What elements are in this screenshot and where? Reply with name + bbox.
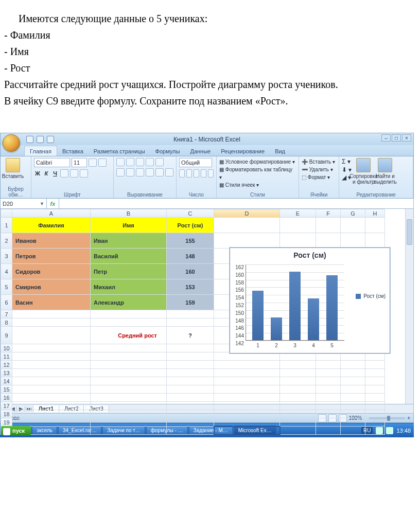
- align-left-icon[interactable]: [116, 168, 125, 176]
- cond-format-button[interactable]: ▦ Условное форматирование ▾: [219, 158, 296, 166]
- cell-B4[interactable]: Петр: [91, 264, 167, 279]
- row-header[interactable]: 19: [1, 418, 12, 427]
- col-header-A[interactable]: A: [12, 209, 91, 218]
- redo-icon[interactable]: [47, 136, 54, 143]
- name-box[interactable]: D20▼: [1, 199, 47, 208]
- tab-data[interactable]: Данные: [185, 146, 216, 156]
- comma-icon[interactable]: [194, 169, 199, 178]
- cell-B5[interactable]: Михаил: [91, 279, 167, 295]
- merge-icon[interactable]: [165, 168, 173, 176]
- align-mid-icon[interactable]: [126, 158, 134, 166]
- font-color-icon[interactable]: [80, 169, 88, 178]
- cell-A6[interactable]: Васин: [12, 295, 91, 310]
- row-header[interactable]: 4: [1, 264, 12, 279]
- undo-icon[interactable]: [37, 136, 44, 143]
- currency-icon[interactable]: [179, 169, 185, 178]
- start-button[interactable]: пуск: [1, 426, 31, 435]
- orientation-icon[interactable]: [146, 158, 154, 166]
- row-header[interactable]: 9: [1, 327, 12, 344]
- col-header-G[interactable]: G: [341, 209, 365, 218]
- format-table-button[interactable]: ▦ Форматировать как таблицу ▾: [219, 166, 296, 181]
- col-header-H[interactable]: H: [365, 209, 385, 218]
- cell-A3[interactable]: Петров: [12, 249, 91, 264]
- row-header[interactable]: 10: [1, 344, 12, 352]
- tab-page-layout[interactable]: Разметка страницы: [89, 146, 150, 156]
- formula-bar[interactable]: [59, 199, 413, 208]
- row-header[interactable]: 17: [1, 402, 12, 410]
- fill-color-icon[interactable]: [70, 169, 78, 178]
- percent-icon[interactable]: [186, 169, 192, 178]
- office-button[interactable]: [3, 134, 20, 152]
- cell-B9[interactable]: Средний рост: [91, 327, 167, 344]
- row-header[interactable]: 8: [1, 318, 12, 327]
- cell-C3[interactable]: 148: [167, 249, 214, 264]
- col-header-E[interactable]: E: [280, 209, 316, 218]
- minimize-button[interactable]: –: [381, 134, 391, 141]
- indent-dec-icon[interactable]: [146, 168, 154, 176]
- cell-A4[interactable]: Сидоров: [12, 264, 91, 279]
- cell-styles-button[interactable]: ▦ Стили ячеек ▾: [219, 181, 296, 189]
- cell-B2[interactable]: Иван: [91, 233, 167, 249]
- italic-button[interactable]: К: [43, 170, 50, 176]
- inc-decimal-icon[interactable]: [201, 169, 206, 178]
- align-bot-icon[interactable]: [136, 158, 144, 166]
- align-top-icon[interactable]: [116, 158, 125, 166]
- insert-cells-button[interactable]: ➕ Вставить ▾: [302, 158, 336, 166]
- cell-A1[interactable]: Фамилия: [12, 218, 91, 233]
- col-header-B[interactable]: B: [91, 209, 167, 218]
- align-right-icon[interactable]: [136, 168, 144, 176]
- tab-review[interactable]: Рецензирование: [216, 146, 270, 156]
- maximize-button[interactable]: □: [392, 134, 401, 141]
- row-header[interactable]: 14: [1, 377, 12, 385]
- paste-button[interactable]: Вставить: [3, 158, 23, 179]
- cell-B1[interactable]: Имя: [91, 218, 167, 233]
- zoom-in-button[interactable]: +: [407, 415, 410, 421]
- font-size-select[interactable]: 11: [72, 158, 87, 167]
- row-header[interactable]: 5: [1, 279, 12, 295]
- col-header-D[interactable]: D: [214, 209, 280, 218]
- cell-A2[interactable]: Иванов: [12, 233, 91, 249]
- cell-A5[interactable]: Смирнов: [12, 279, 91, 295]
- dec-decimal-icon[interactable]: [208, 169, 214, 178]
- tray-icon[interactable]: [386, 427, 393, 434]
- cell-C6[interactable]: 159: [167, 295, 214, 310]
- number-format-select[interactable]: Общий: [179, 158, 212, 167]
- tab-insert[interactable]: Вставка: [57, 146, 89, 156]
- sort-filter-button[interactable]: Сортировка и фильтр: [354, 158, 373, 185]
- autosum-icon[interactable]: Σ ▾: [342, 158, 352, 166]
- select-all-corner[interactable]: [1, 209, 12, 218]
- save-icon[interactable]: [26, 136, 33, 143]
- cell-C9[interactable]: ?: [167, 327, 214, 344]
- grow-font-icon[interactable]: [89, 158, 97, 167]
- fill-icon[interactable]: ⬇ ▾: [342, 166, 352, 174]
- borders-icon[interactable]: [60, 169, 68, 178]
- fx-icon[interactable]: fx: [47, 199, 59, 208]
- row-header[interactable]: 11: [1, 352, 12, 361]
- row-header[interactable]: 13: [1, 369, 12, 377]
- col-header-F[interactable]: F: [316, 209, 341, 218]
- cell-C5[interactable]: 153: [167, 279, 214, 295]
- align-center-icon[interactable]: [126, 168, 134, 176]
- find-select-button[interactable]: Найти и выделить: [375, 158, 395, 185]
- tab-home[interactable]: Главная: [24, 146, 57, 156]
- underline-button[interactable]: Ч: [51, 170, 59, 176]
- row-header[interactable]: 6: [1, 295, 12, 310]
- row-header[interactable]: 15: [1, 385, 12, 394]
- vertical-scrollbar[interactable]: [405, 209, 413, 404]
- shrink-font-icon[interactable]: [98, 158, 107, 167]
- cell-B6[interactable]: Александр: [91, 295, 167, 310]
- chart[interactable]: Рост (см) 142144146148150152154156158160…: [230, 247, 390, 353]
- indent-inc-icon[interactable]: [155, 168, 164, 176]
- row-header[interactable]: 1: [1, 218, 12, 233]
- wrap-text-icon[interactable]: [155, 158, 164, 166]
- cell-B3[interactable]: Василий: [91, 249, 167, 264]
- zoom-slider[interactable]: [369, 417, 405, 419]
- row-header[interactable]: 12: [1, 361, 12, 369]
- cell-C2[interactable]: 155: [167, 233, 214, 249]
- bold-button[interactable]: Ж: [34, 170, 41, 176]
- row-header[interactable]: 16: [1, 394, 12, 402]
- font-name-select[interactable]: Calibri: [34, 158, 70, 167]
- cell-C4[interactable]: 160: [167, 264, 214, 279]
- tab-view[interactable]: Вид: [270, 146, 290, 156]
- tab-formulas[interactable]: Формулы: [150, 146, 185, 156]
